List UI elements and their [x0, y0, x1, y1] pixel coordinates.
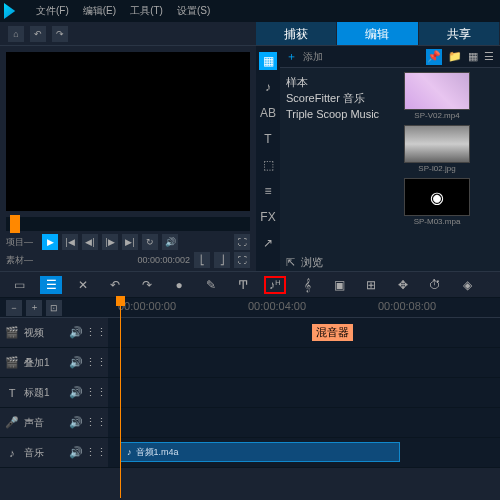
text-icon[interactable]: Ͳ — [232, 276, 254, 294]
tab-capture[interactable]: 捕获 — [256, 22, 337, 45]
mixer-button[interactable]: ♪ᴴ — [264, 276, 286, 294]
folder-icon[interactable]: 📁 — [448, 50, 462, 63]
step-fwd-button[interactable]: |▶ — [102, 234, 118, 250]
track-lane[interactable] — [108, 378, 500, 407]
pin-icon[interactable]: 📌 — [426, 49, 442, 65]
volume-button[interactable]: 🔊 — [162, 234, 178, 250]
lock-icon[interactable]: ⋮⋮ — [88, 415, 104, 431]
expand-icon[interactable]: ⛶ — [234, 234, 250, 250]
lock-icon[interactable]: ⋮⋮ — [88, 385, 104, 401]
voice-track-icon[interactable]: 🎤 — [4, 415, 20, 431]
auto-music-icon[interactable]: 𝄞 — [296, 276, 318, 294]
track-label: 音乐 — [24, 446, 64, 460]
track-lane[interactable]: 音频1.m4a — [108, 438, 500, 467]
menu-tools[interactable]: 工具(T) — [124, 2, 169, 20]
thumb-item[interactable]: SP-I02.jpg — [404, 125, 470, 174]
title-icon[interactable]: T — [259, 130, 277, 148]
track-label: 标题1 — [24, 386, 64, 400]
track-lane[interactable] — [108, 408, 500, 437]
preview-panel: 项目— ▶ |◀ ◀| |▶ ▶| ↻ 🔊 ⛶ 素材— 00:00:00:002… — [0, 46, 256, 271]
mark-out-button[interactable]: ⎦ — [214, 252, 230, 268]
export-icon[interactable]: ⇱ — [286, 256, 295, 269]
video-track-icon[interactable]: 🎬 — [4, 325, 20, 341]
path-icon[interactable]: ↗ — [259, 234, 277, 252]
loop-button[interactable]: ↻ — [142, 234, 158, 250]
step-back-button[interactable]: ◀| — [82, 234, 98, 250]
3d-icon[interactable]: ◈ — [456, 276, 478, 294]
pan-icon[interactable]: ✥ — [392, 276, 414, 294]
music-track-icon[interactable]: ♪ — [4, 445, 20, 461]
undo-icon[interactable]: ↶ — [104, 276, 126, 294]
time-ruler[interactable]: 00:00:00:00 00:00:04:00 00:00:08:00 — [108, 298, 500, 317]
transition-icon[interactable]: AB — [259, 104, 277, 122]
lib-item[interactable]: Triple Scoop Music — [286, 106, 394, 122]
play-button[interactable]: ▶ — [42, 234, 58, 250]
record-icon[interactable]: ● — [168, 276, 190, 294]
track-label: 视频 — [24, 326, 64, 340]
tools-icon[interactable]: ✕ — [72, 276, 94, 294]
menu-edit[interactable]: 编辑(E) — [77, 2, 122, 20]
pen-icon[interactable]: ✎ — [200, 276, 222, 294]
multicam-icon[interactable]: ⊞ — [360, 276, 382, 294]
lock-icon[interactable]: ⋮⋮ — [88, 325, 104, 341]
mixer-callout: 混音器 — [312, 324, 353, 341]
undo-icon[interactable]: ↶ — [30, 26, 46, 42]
mute-icon[interactable]: 🔊 — [68, 325, 84, 341]
next-button[interactable]: ▶| — [122, 234, 138, 250]
sound-icon[interactable]: ♪ — [259, 78, 277, 96]
redo-icon[interactable]: ↷ — [136, 276, 158, 294]
lock-icon[interactable]: ⋮⋮ — [88, 445, 104, 461]
graphic-icon[interactable]: ⬚ — [259, 156, 277, 174]
mute-icon[interactable]: 🔊 — [68, 445, 84, 461]
tab-share[interactable]: 共享 — [419, 22, 500, 45]
fit-icon[interactable]: ⊡ — [46, 300, 62, 316]
speed-icon[interactable]: ⏱ — [424, 276, 446, 294]
lock-icon[interactable]: ⋮⋮ — [88, 355, 104, 371]
track-lane[interactable] — [108, 318, 500, 347]
scrub-bar[interactable] — [6, 217, 250, 231]
playhead[interactable] — [120, 298, 121, 498]
lib-item[interactable]: ScoreFitter 音乐 — [286, 90, 394, 106]
track-label: 叠加1 — [24, 356, 64, 370]
fx-icon[interactable]: FX — [259, 208, 277, 226]
scrub-handle[interactable] — [10, 215, 20, 233]
mute-icon[interactable]: 🔊 — [68, 415, 84, 431]
project-label: 项目— — [6, 236, 38, 249]
track-lane[interactable] — [108, 348, 500, 377]
overlay-track-icon[interactable]: 🎬 — [4, 355, 20, 371]
media-icon[interactable]: ▦ — [259, 52, 277, 70]
add-label[interactable]: 添加 — [303, 50, 323, 64]
motion-icon[interactable]: ▣ — [328, 276, 350, 294]
list-view-icon[interactable]: ☰ — [484, 50, 494, 63]
timecode: 00:00:00:002 — [137, 255, 190, 265]
audio-clip[interactable]: 音频1.m4a — [120, 442, 400, 462]
filter-icon[interactable]: ≡ — [259, 182, 277, 200]
tab-edit[interactable]: 编辑 — [337, 22, 418, 45]
track-label: 声音 — [24, 416, 64, 430]
prev-button[interactable]: |◀ — [62, 234, 78, 250]
zoom-out-button[interactable]: − — [6, 300, 22, 316]
timeline-icon[interactable]: ☰ — [40, 276, 62, 294]
redo-icon[interactable]: ↷ — [52, 26, 68, 42]
app-logo — [4, 3, 20, 19]
mute-icon[interactable]: 🔊 — [68, 385, 84, 401]
home-icon[interactable]: ⌂ — [8, 26, 24, 42]
mark-in-button[interactable]: ⎣ — [194, 252, 210, 268]
material-label: 素材— — [6, 254, 38, 267]
grid-view-icon[interactable]: ▦ — [468, 50, 478, 63]
fullscreen-button[interactable]: ⛶ — [234, 252, 250, 268]
browse-label[interactable]: 浏览 — [301, 255, 323, 270]
mute-icon[interactable]: 🔊 — [68, 355, 84, 371]
add-icon[interactable]: ＋ — [286, 49, 297, 64]
menu-file[interactable]: 文件(F) — [30, 2, 75, 20]
storyboard-icon[interactable]: ▭ — [8, 276, 30, 294]
zoom-in-button[interactable]: ＋ — [26, 300, 42, 316]
lib-item[interactable]: 样本 — [286, 74, 394, 90]
title-track-icon[interactable]: T — [4, 385, 20, 401]
library-list[interactable]: 样本 ScoreFitter 音乐 Triple Scoop Music — [280, 68, 400, 253]
video-preview[interactable] — [6, 52, 250, 211]
menu-settings[interactable]: 设置(S) — [171, 2, 216, 20]
thumb-item[interactable]: SP-M03.mpa — [404, 178, 470, 227]
thumb-item[interactable]: SP-V02.mp4 — [404, 72, 470, 121]
